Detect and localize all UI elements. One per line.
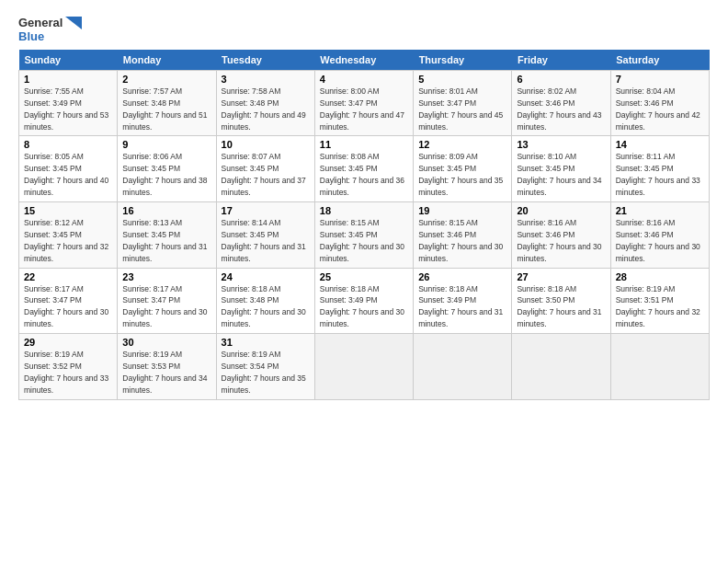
day-number: 16 <box>122 205 210 216</box>
day-number: 2 <box>122 74 210 85</box>
calendar-cell: 22Sunrise: 8:17 AMSunset: 3:47 PMDayligh… <box>19 268 118 334</box>
calendar-row: 22Sunrise: 8:17 AMSunset: 3:47 PMDayligh… <box>19 268 710 334</box>
calendar-cell: 13Sunrise: 8:10 AMSunset: 3:45 PMDayligh… <box>512 136 610 202</box>
day-number: 25 <box>320 271 408 282</box>
day-info: Sunrise: 8:14 AMSunset: 3:45 PMDaylight:… <box>222 218 306 263</box>
day-number: 17 <box>222 205 310 216</box>
day-info: Sunrise: 8:02 AMSunset: 3:46 PMDaylight:… <box>517 86 601 132</box>
calendar-cell: 26Sunrise: 8:18 AMSunset: 3:49 PMDayligh… <box>414 268 512 334</box>
calendar-cell: 1Sunrise: 7:55 AMSunset: 3:49 PMDaylight… <box>19 70 118 136</box>
day-number: 31 <box>222 337 310 348</box>
day-info: Sunrise: 8:10 AMSunset: 3:45 PMDaylight:… <box>517 152 601 197</box>
day-info: Sunrise: 8:00 AMSunset: 3:47 PMDaylight:… <box>320 86 404 132</box>
header-cell-friday: Friday <box>512 50 610 71</box>
header-cell-wednesday: Wednesday <box>314 50 413 71</box>
day-info: Sunrise: 8:18 AMSunset: 3:49 PMDaylight:… <box>320 284 404 329</box>
day-info: Sunrise: 8:06 AMSunset: 3:45 PMDaylight:… <box>122 152 207 197</box>
day-number: 19 <box>418 205 506 216</box>
day-number: 5 <box>418 74 506 85</box>
logo-general: General <box>18 17 63 30</box>
day-info: Sunrise: 8:18 AMSunset: 3:49 PMDaylight:… <box>418 284 503 329</box>
day-info: Sunrise: 8:11 AMSunset: 3:45 PMDaylight:… <box>616 152 700 197</box>
calendar-cell: 25Sunrise: 8:18 AMSunset: 3:49 PMDayligh… <box>314 268 413 334</box>
calendar-cell: 14Sunrise: 8:11 AMSunset: 3:45 PMDayligh… <box>610 136 709 202</box>
calendar-cell: 9Sunrise: 8:06 AMSunset: 3:45 PMDaylight… <box>118 136 216 202</box>
calendar-row: 15Sunrise: 8:12 AMSunset: 3:45 PMDayligh… <box>19 202 710 269</box>
logo-arrow-icon <box>65 17 82 29</box>
calendar-cell: 6Sunrise: 8:02 AMSunset: 3:46 PMDaylight… <box>512 70 610 136</box>
day-info: Sunrise: 8:12 AMSunset: 3:45 PMDaylight:… <box>24 218 108 263</box>
svg-marker-0 <box>65 17 82 29</box>
day-number: 15 <box>24 205 112 216</box>
day-info: Sunrise: 8:18 AMSunset: 3:48 PMDaylight:… <box>222 284 306 329</box>
day-number: 18 <box>320 205 408 216</box>
day-info: Sunrise: 8:17 AMSunset: 3:47 PMDaylight:… <box>122 284 207 329</box>
day-number: 4 <box>320 74 408 85</box>
calendar-cell: 15Sunrise: 8:12 AMSunset: 3:45 PMDayligh… <box>19 202 118 269</box>
day-number: 23 <box>122 271 210 282</box>
day-number: 21 <box>616 205 704 216</box>
calendar-cell: 5Sunrise: 8:01 AMSunset: 3:47 PMDaylight… <box>414 70 512 136</box>
day-info: Sunrise: 8:01 AMSunset: 3:47 PMDaylight:… <box>418 86 503 132</box>
day-info: Sunrise: 8:16 AMSunset: 3:46 PMDaylight:… <box>517 218 601 263</box>
calendar-cell: 7Sunrise: 8:04 AMSunset: 3:46 PMDaylight… <box>610 70 709 136</box>
day-number: 22 <box>24 271 112 282</box>
day-number: 24 <box>222 271 310 282</box>
calendar-cell: 30Sunrise: 8:19 AMSunset: 3:53 PMDayligh… <box>118 334 216 400</box>
day-number: 1 <box>24 74 112 85</box>
header-cell-sunday: Sunday <box>19 50 118 71</box>
calendar-cell <box>414 334 512 400</box>
header-cell-tuesday: Tuesday <box>216 50 314 71</box>
calendar-cell: 27Sunrise: 8:18 AMSunset: 3:50 PMDayligh… <box>512 268 610 334</box>
calendar-row: 29Sunrise: 8:19 AMSunset: 3:52 PMDayligh… <box>19 334 710 400</box>
calendar-cell: 28Sunrise: 8:19 AMSunset: 3:51 PMDayligh… <box>610 268 709 334</box>
day-number: 8 <box>24 139 112 150</box>
logo-blue: Blue <box>18 30 44 44</box>
day-info: Sunrise: 8:15 AMSunset: 3:45 PMDaylight:… <box>320 218 404 263</box>
day-info: Sunrise: 7:57 AMSunset: 3:48 PMDaylight:… <box>122 86 207 132</box>
calendar-cell: 21Sunrise: 8:16 AMSunset: 3:46 PMDayligh… <box>610 202 709 269</box>
day-info: Sunrise: 8:04 AMSunset: 3:46 PMDaylight:… <box>616 86 700 132</box>
day-number: 29 <box>24 337 112 348</box>
calendar-cell: 4Sunrise: 8:00 AMSunset: 3:47 PMDaylight… <box>314 70 413 136</box>
day-number: 20 <box>517 205 605 216</box>
day-number: 3 <box>222 74 310 85</box>
day-number: 28 <box>616 271 704 282</box>
calendar-cell: 8Sunrise: 8:05 AMSunset: 3:45 PMDaylight… <box>19 136 118 202</box>
day-info: Sunrise: 8:07 AMSunset: 3:45 PMDaylight:… <box>222 152 306 197</box>
calendar-row: 8Sunrise: 8:05 AMSunset: 3:45 PMDaylight… <box>19 136 710 202</box>
day-number: 30 <box>122 337 210 348</box>
day-number: 11 <box>320 139 408 150</box>
day-info: Sunrise: 8:17 AMSunset: 3:47 PMDaylight:… <box>24 284 108 329</box>
day-info: Sunrise: 8:18 AMSunset: 3:50 PMDaylight:… <box>517 284 601 329</box>
calendar-cell: 31Sunrise: 8:19 AMSunset: 3:54 PMDayligh… <box>216 334 314 400</box>
day-number: 7 <box>616 74 704 85</box>
day-info: Sunrise: 8:13 AMSunset: 3:45 PMDaylight:… <box>122 218 207 263</box>
page: General Blue SundayMondayTuesdayWednesda… <box>0 0 728 563</box>
calendar-cell: 24Sunrise: 8:18 AMSunset: 3:48 PMDayligh… <box>216 268 314 334</box>
header-cell-thursday: Thursday <box>414 50 512 71</box>
calendar-cell: 17Sunrise: 8:14 AMSunset: 3:45 PMDayligh… <box>216 202 314 269</box>
day-number: 27 <box>517 271 605 282</box>
header: General Blue <box>18 17 710 44</box>
calendar-cell: 16Sunrise: 8:13 AMSunset: 3:45 PMDayligh… <box>118 202 216 269</box>
calendar-table: SundayMondayTuesdayWednesdayThursdayFrid… <box>18 50 710 400</box>
calendar-cell: 12Sunrise: 8:09 AMSunset: 3:45 PMDayligh… <box>414 136 512 202</box>
day-info: Sunrise: 8:19 AMSunset: 3:54 PMDaylight:… <box>222 350 306 395</box>
day-number: 13 <box>517 139 605 150</box>
calendar-cell: 19Sunrise: 8:15 AMSunset: 3:46 PMDayligh… <box>414 202 512 269</box>
day-info: Sunrise: 8:16 AMSunset: 3:46 PMDaylight:… <box>616 218 700 263</box>
day-info: Sunrise: 7:55 AMSunset: 3:49 PMDaylight:… <box>24 86 108 132</box>
logo: General Blue <box>18 17 82 44</box>
header-cell-saturday: Saturday <box>610 50 709 71</box>
header-row: SundayMondayTuesdayWednesdayThursdayFrid… <box>19 50 710 71</box>
day-number: 6 <box>517 74 605 85</box>
day-number: 9 <box>122 139 210 150</box>
day-number: 10 <box>222 139 310 150</box>
header-cell-monday: Monday <box>118 50 216 71</box>
calendar-cell: 11Sunrise: 8:08 AMSunset: 3:45 PMDayligh… <box>314 136 413 202</box>
day-info: Sunrise: 8:19 AMSunset: 3:53 PMDaylight:… <box>122 350 207 395</box>
calendar-cell: 3Sunrise: 7:58 AMSunset: 3:48 PMDaylight… <box>216 70 314 136</box>
day-number: 14 <box>616 139 704 150</box>
day-info: Sunrise: 8:08 AMSunset: 3:45 PMDaylight:… <box>320 152 404 197</box>
